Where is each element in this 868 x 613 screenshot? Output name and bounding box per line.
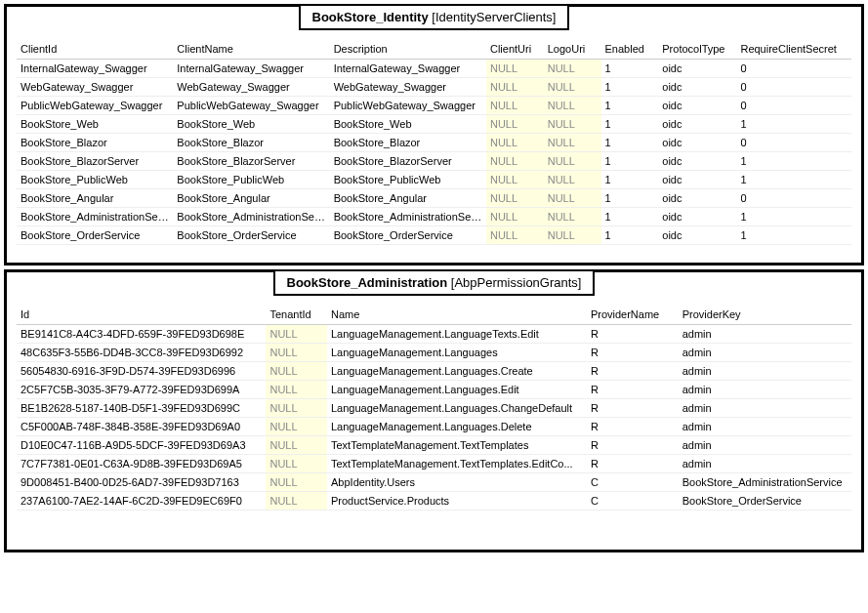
- table-row: 9D008451-B400-0D25-6AD7-39FED93D7163NULL…: [17, 473, 851, 492]
- cell-tenantid: NULL: [266, 418, 327, 436]
- cell-clientid: BookStore_AdministrationService: [17, 208, 173, 226]
- cell-name: LanguageManagement.Languages.Create: [327, 362, 587, 381]
- cell-tenantid: NULL: [266, 344, 327, 362]
- col-description: Description: [330, 39, 486, 60]
- cell-providerkey: BookStore_OrderService: [679, 492, 851, 511]
- table-row: BookStore_BlazorServerBookStore_BlazorSe…: [17, 152, 851, 171]
- cell-requireclientsecret: 0: [736, 97, 851, 115]
- cell-clientname: BookStore_Web: [173, 115, 329, 134]
- table-row: 237A6100-7AE2-14AF-6C2D-39FED9EC69F0NULL…: [17, 492, 851, 511]
- cell-clientname: BookStore_AdministrationService: [173, 208, 329, 226]
- cell-logouri: NULL: [544, 208, 601, 226]
- cell-logouri: NULL: [544, 115, 601, 134]
- cell-clientid: BookStore_Angular: [17, 189, 173, 208]
- cell-clientname: WebGateway_Swagger: [173, 78, 329, 97]
- col-logouri: LogoUri: [544, 39, 601, 60]
- cell-tenantid: NULL: [266, 381, 327, 399]
- cell-enabled: 1: [601, 78, 659, 97]
- cell-clienturi: NULL: [486, 134, 544, 152]
- col-enabled: Enabled: [601, 39, 659, 60]
- cell-enabled: 1: [601, 134, 659, 152]
- cell-clientid: BookStore_Web: [17, 115, 173, 134]
- cell-clientid: BookStore_OrderService: [17, 226, 173, 245]
- identity-table: ClientId ClientName Description ClientUr…: [17, 39, 851, 245]
- cell-description: BookStore_Blazor: [330, 134, 486, 152]
- cell-clienturi: NULL: [486, 226, 544, 245]
- cell-tenantid: NULL: [266, 436, 327, 455]
- cell-requireclientsecret: 1: [736, 226, 851, 245]
- cell-enabled: 1: [601, 115, 659, 134]
- cell-requireclientsecret: 0: [736, 189, 851, 208]
- cell-id: 9D008451-B400-0D25-6AD7-39FED93D7163: [17, 473, 266, 492]
- cell-id: BE1B2628-5187-140B-D5F1-39FED93D699C: [17, 399, 266, 418]
- identity-panel: BookStore_Identity [IdentityServerClient…: [4, 4, 864, 266]
- cell-providername: R: [587, 399, 679, 418]
- panel-title-wrap: BookStore_Identity [IdentityServerClient…: [7, 5, 861, 31]
- table-row: BE1B2628-5187-140B-D5F1-39FED93D699CNULL…: [17, 399, 851, 418]
- cell-tenantid: NULL: [266, 325, 327, 344]
- cell-name: TextTemplateManagement.TextTemplates: [327, 436, 587, 455]
- cell-protocoltype: oidc: [658, 226, 736, 245]
- col-clienturi: ClientUri: [486, 39, 544, 60]
- cell-requireclientsecret: 1: [736, 208, 851, 226]
- cell-providername: R: [587, 344, 679, 362]
- cell-description: WebGateway_Swagger: [330, 78, 486, 97]
- cell-logouri: NULL: [544, 60, 601, 78]
- cell-clienturi: NULL: [486, 152, 544, 171]
- cell-clientid: InternalGateway_Swagger: [17, 60, 173, 78]
- table-row: BookStore_OrderServiceBookStore_OrderSer…: [17, 226, 851, 245]
- cell-clientid: PublicWebGateway_Swagger: [17, 97, 173, 115]
- title-main: BookStore_Identity: [312, 10, 429, 24]
- administration-panel: BookStore_Administration [AbpPermissionG…: [4, 269, 864, 552]
- table-row: 2C5F7C5B-3035-3F79-A772-39FED93D699ANULL…: [17, 381, 851, 399]
- table-row: 48C635F3-55B6-DD4B-3CC8-39FED93D6992NULL…: [17, 344, 851, 362]
- cell-description: BookStore_Web: [330, 115, 486, 134]
- table-row: InternalGateway_SwaggerInternalGateway_S…: [17, 60, 851, 78]
- cell-clientid: WebGateway_Swagger: [17, 78, 173, 97]
- cell-name: TextTemplateManagement.TextTemplates.Edi…: [327, 455, 587, 473]
- cell-id: D10E0C47-116B-A9D5-5DCF-39FED93D69A3: [17, 436, 266, 455]
- cell-clienturi: NULL: [486, 78, 544, 97]
- col-providerkey: ProviderKey: [679, 305, 851, 325]
- cell-id: 56054830-6916-3F9D-D574-39FED93D6996: [17, 362, 266, 381]
- cell-logouri: NULL: [544, 78, 601, 97]
- cell-name: LanguageManagement.LanguageTexts.Edit: [327, 325, 587, 344]
- cell-clienturi: NULL: [486, 171, 544, 189]
- cell-id: 237A6100-7AE2-14AF-6C2D-39FED9EC69F0: [17, 492, 266, 511]
- table-row: 56054830-6916-3F9D-D574-39FED93D6996NULL…: [17, 362, 851, 381]
- cell-providerkey: admin: [679, 344, 851, 362]
- col-requireclientsecret: RequireClientSecret: [736, 39, 851, 60]
- cell-id: 48C635F3-55B6-DD4B-3CC8-39FED93D6992: [17, 344, 266, 362]
- cell-providerkey: admin: [679, 381, 851, 399]
- cell-protocoltype: oidc: [658, 115, 736, 134]
- cell-id: 2C5F7C5B-3035-3F79-A772-39FED93D699A: [17, 381, 266, 399]
- cell-providername: R: [587, 362, 679, 381]
- cell-clientname: BookStore_PublicWeb: [173, 171, 329, 189]
- cell-description: PublicWebGateway_Swagger: [330, 97, 486, 115]
- cell-providerkey: BookStore_AdministrationService: [679, 473, 851, 492]
- cell-protocoltype: oidc: [658, 208, 736, 226]
- col-protocoltype: ProtocolType: [658, 39, 736, 60]
- cell-tenantid: NULL: [266, 399, 327, 418]
- cell-name: AbpIdentity.Users: [327, 473, 587, 492]
- table-row: BookStore_WebBookStore_WebBookStore_WebN…: [17, 115, 851, 134]
- cell-requireclientsecret: 0: [736, 60, 851, 78]
- cell-clientname: BookStore_BlazorServer: [173, 152, 329, 171]
- cell-providername: R: [587, 436, 679, 455]
- cell-clienturi: NULL: [486, 115, 544, 134]
- cell-description: BookStore_AdministrationService: [330, 208, 486, 226]
- col-providername: ProviderName: [587, 305, 679, 325]
- identity-panel-title: BookStore_Identity [IdentityServerClient…: [299, 4, 570, 30]
- panel-title-wrap: BookStore_Administration [AbpPermissionG…: [7, 270, 861, 297]
- cell-providerkey: admin: [679, 418, 851, 436]
- cell-providername: R: [587, 381, 679, 399]
- table-row: 7C7F7381-0E01-C63A-9D8B-39FED93D69A5NULL…: [17, 455, 851, 473]
- cell-name: LanguageManagement.Languages: [327, 344, 587, 362]
- cell-description: BookStore_PublicWeb: [330, 171, 486, 189]
- cell-enabled: 1: [601, 152, 659, 171]
- cell-protocoltype: oidc: [658, 78, 736, 97]
- cell-id: BE9141C8-A4C3-4DFD-659F-39FED93D698E: [17, 325, 266, 344]
- administration-panel-title: BookStore_Administration [AbpPermissionG…: [273, 269, 596, 296]
- title-main: BookStore_Administration: [287, 275, 448, 290]
- cell-name: ProductService.Products: [327, 492, 587, 511]
